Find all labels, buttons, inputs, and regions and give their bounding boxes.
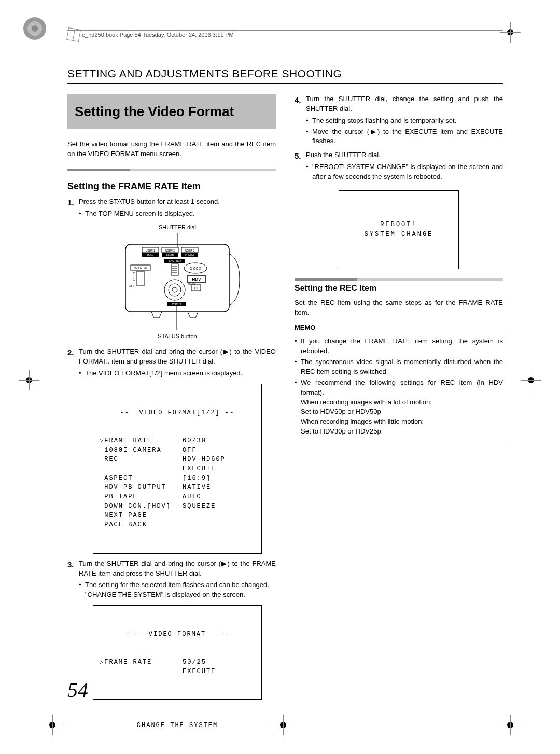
- camera-illustration: USER 1 USER 2 USER 3 HOLD B.LGHT PRESET …: [110, 233, 245, 331]
- step-5: Push the SHUTTER dial. "REBOOT! SYSTEM C…: [295, 150, 503, 182]
- crop-mark-mr: [528, 377, 534, 383]
- svg-rect-16: [171, 264, 178, 275]
- two-column-layout: Setting the Video Format Set the video f…: [67, 94, 503, 705]
- memo-2: The synchronous video signal is momentar…: [295, 357, 503, 377]
- step-2-text: Turn the SHUTTER dial and bring the curs…: [79, 347, 276, 365]
- step-1: Press the STATUS button for at least 1 s…: [67, 197, 276, 341]
- step-1-bullet: The TOP MENU screen is displayed.: [79, 209, 276, 219]
- svg-rect-23: [137, 271, 144, 286]
- svg-text:3-CCD: 3-CCD: [190, 267, 201, 270]
- memo-bottom-rule: [295, 441, 503, 441]
- step-4-text: Turn the SHUTTER dial, change the settin…: [306, 95, 503, 113]
- svg-point-35: [172, 287, 177, 292]
- svg-text:ND FILTER: ND FILTER: [134, 266, 147, 269]
- step-4: Turn the SHUTTER dial, change the settin…: [295, 94, 503, 146]
- svg-text:MENU: MENU: [188, 282, 195, 285]
- svg-text:STATUS: STATUS: [172, 303, 182, 306]
- step-2-bullet: The VIDEO FORMAT[1/2] menu screen is dis…: [79, 369, 276, 379]
- svg-text:2: 2: [133, 272, 135, 275]
- svg-point-34: [169, 284, 181, 296]
- step-3: Turn the SHUTTER dial and bring the curs…: [67, 559, 276, 700]
- page-title-block: Setting the Video Format: [67, 94, 276, 129]
- svg-text:HOLD: HOLD: [147, 254, 154, 256]
- svg-text:HDV: HDV: [192, 277, 202, 282]
- crop-mark-mb: [280, 722, 286, 728]
- diagram-label-bottom: STATUS button: [110, 332, 245, 341]
- diagram-label-top: SHUTTER dial: [110, 224, 245, 232]
- reboot-line-2: SYSTEM CHANGE: [365, 230, 433, 240]
- step-5-text: Push the SHUTTER dial.: [306, 151, 381, 159]
- step-3-bullet-1: The setting for the selected item flashe…: [79, 580, 276, 600]
- steps-list-left: Press the STATUS button for at least 1 s…: [67, 197, 276, 700]
- right-column: Turn the SHUTTER dial, change the settin…: [295, 94, 503, 705]
- steps-list-right: Turn the SHUTTER dial, change the settin…: [295, 94, 503, 182]
- svg-text:USER 3: USER 3: [185, 249, 194, 252]
- menu1-title: -- VIDEO FORMAT[1/2] --: [100, 408, 255, 417]
- camera-diagram: SHUTTER dial USER 1 USER 2 USER 3: [110, 224, 245, 341]
- svg-text:USER 1: USER 1: [146, 249, 155, 252]
- page-number: 54: [67, 678, 88, 702]
- svg-text:B.LGHT: B.LGHT: [166, 254, 175, 256]
- svg-text:D: D: [194, 286, 198, 290]
- step-4-bullet-1: The setting stops flashing and is tempor…: [306, 116, 503, 126]
- svg-text:SHUTTER: SHUTTER: [169, 259, 181, 262]
- divider-bar: [67, 169, 276, 171]
- reboot-line-1: REBOOT!: [380, 220, 417, 230]
- svg-text:OFF: OFF: [129, 284, 135, 287]
- step-3-text: Turn the SHUTTER dial and bring the curs…: [79, 560, 276, 577]
- memo-3: We recommend the following settings for …: [295, 378, 503, 437]
- crop-mark-ml: [26, 377, 32, 383]
- svg-text:PRESET: PRESET: [185, 254, 194, 256]
- book-icon: [66, 27, 81, 42]
- page-title: Setting the Video Format: [75, 104, 269, 120]
- crop-mark-tr: [507, 29, 513, 35]
- memo-1: If you change the FRAME RATE item settin…: [295, 337, 503, 356]
- crop-mark-bl: [49, 722, 55, 728]
- menu2-title: --- VIDEO FORMAT ---: [100, 630, 255, 639]
- book-meta-text: e_hd250.book Page 54 Tuesday, October 24…: [82, 32, 234, 38]
- crop-mark-tl: [23, 17, 46, 40]
- subheading-rec: Setting the REC Item: [295, 284, 503, 293]
- book-meta-line: e_hd250.book Page 54 Tuesday, October 24…: [67, 30, 503, 39]
- subheading-frame-rate: Setting the FRAME RATE Item: [67, 181, 276, 192]
- step-1-text: Press the STATUS button for at least 1 s…: [79, 198, 220, 205]
- svg-point-33: [164, 280, 185, 300]
- reboot-screen: REBOOT! SYSTEM CHANGE: [339, 190, 459, 269]
- menu-screen-2: --- VIDEO FORMAT --- FRAME RATE50/25EXEC…: [93, 605, 262, 700]
- intro-paragraph: Set the video format using the FRAME RAT…: [67, 139, 276, 159]
- crop-mark-br: [507, 722, 513, 728]
- menu2-msg: CHANGE THE SYSTEM: [100, 721, 255, 730]
- svg-text:USER 2: USER 2: [165, 249, 175, 252]
- left-column: Setting the Video Format Set the video f…: [67, 94, 276, 705]
- svg-text:1: 1: [133, 278, 135, 281]
- section-header: SETTING AND ADJUSTMENTS BEFORE SHOOTING: [67, 67, 503, 84]
- memo-list: If you change the FRAME RATE item settin…: [295, 337, 503, 436]
- step-4-bullet-2: Move the cursor (▶) to the EXECUTE item …: [306, 127, 503, 147]
- step-2: Turn the SHUTTER dial and bring the curs…: [67, 347, 276, 554]
- rec-intro: Set the REC item using the same steps as…: [295, 298, 503, 318]
- menu-screen-1: -- VIDEO FORMAT[1/2] -- FRAME RATE60/30 …: [93, 384, 262, 554]
- memo-heading: MEMO: [295, 324, 503, 333]
- step-5-bullet-1: "REBOOT! SYSTEM CHANGE" is displayed on …: [306, 162, 503, 182]
- divider-bar-2: [295, 278, 503, 281]
